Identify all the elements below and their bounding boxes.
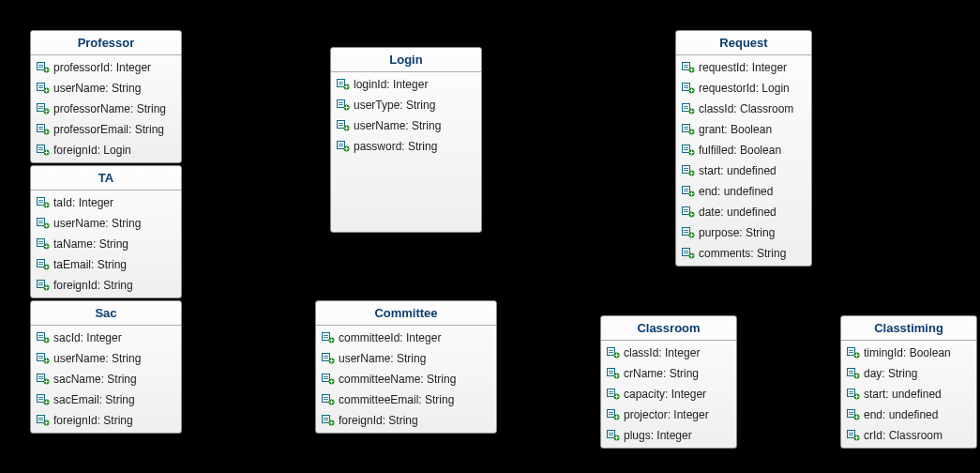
attribute-text: committeeEmail: String <box>339 391 454 408</box>
svg-rect-216 <box>608 389 615 397</box>
attribute-text: foreignId: String <box>53 277 133 294</box>
svg-rect-252 <box>848 410 855 418</box>
attribute-row: professorName: String <box>31 99 181 119</box>
attribute-text: classId: Classroom <box>699 100 793 117</box>
svg-rect-18 <box>38 125 45 132</box>
svg-rect-42 <box>38 239 45 247</box>
svg-rect-210 <box>608 369 615 376</box>
attribute-list: taId: Integer userName: String taName: S… <box>31 191 181 298</box>
attribute-row: userName: String <box>31 348 181 369</box>
svg-rect-90 <box>338 80 345 87</box>
attribute-row: foreignId: String <box>316 410 496 431</box>
attribute-text: userName: String <box>354 117 441 134</box>
property-add-icon <box>37 394 50 405</box>
property-add-icon <box>607 389 620 400</box>
class-title: Professor <box>31 31 181 55</box>
attribute-text: comments: String <box>699 245 786 262</box>
attribute-text: end: undefined <box>699 183 773 200</box>
attribute-text: taName: String <box>53 236 128 252</box>
class-title: Classroom <box>601 316 736 341</box>
class-title: Login <box>331 48 481 72</box>
attribute-list: sacId: Integer userName: String sacName:… <box>31 326 181 433</box>
attribute-row: sacName: String <box>31 369 181 389</box>
property-add-icon <box>37 83 50 94</box>
svg-rect-132 <box>323 395 330 403</box>
svg-rect-186 <box>683 207 690 215</box>
attribute-text: requestId: Integer <box>699 59 787 76</box>
attribute-row: requestId: Integer <box>676 57 811 78</box>
attribute-text: start: undefined <box>699 162 776 179</box>
attribute-text: day: String <box>864 365 917 382</box>
svg-rect-174 <box>683 166 690 174</box>
attribute-row: fulfilled: Boolean <box>676 140 811 160</box>
property-add-icon <box>682 227 695 238</box>
property-add-icon <box>37 124 50 135</box>
svg-rect-162 <box>683 125 690 132</box>
attribute-row: purpose: String <box>676 222 811 243</box>
attribute-list: professorId: Integer userName: String pr… <box>31 55 181 162</box>
attribute-row: day: String <box>841 363 976 384</box>
svg-rect-0 <box>38 63 45 70</box>
attribute-text: end: undefined <box>864 406 938 423</box>
property-add-icon <box>682 124 695 135</box>
property-add-icon <box>337 79 350 90</box>
attribute-text: taEmail: String <box>53 256 127 273</box>
attribute-row: loginId: Integer <box>331 74 481 95</box>
svg-rect-192 <box>683 228 690 236</box>
svg-rect-138 <box>323 416 330 423</box>
property-add-icon <box>322 332 335 343</box>
attribute-row: end: undefined <box>676 181 811 202</box>
svg-rect-204 <box>608 348 615 356</box>
property-add-icon <box>337 141 350 152</box>
property-add-icon <box>37 62 50 73</box>
attribute-text: requestorId: Login <box>699 80 790 97</box>
class-login: Login loginId: Integer userType: String … <box>330 47 482 233</box>
svg-rect-24 <box>38 145 45 153</box>
class-title: Request <box>676 31 811 55</box>
attribute-row: taName: String <box>31 234 181 254</box>
property-add-icon <box>607 409 620 420</box>
attribute-row: classId: Integer <box>601 343 736 363</box>
attribute-text: userName: String <box>339 350 426 367</box>
class-title: Classtiming <box>841 316 976 341</box>
attribute-row: userName: String <box>316 348 496 369</box>
property-add-icon <box>682 206 695 218</box>
attribute-text: foreignId: String <box>339 412 418 429</box>
attribute-text: crId: Classroom <box>864 427 942 444</box>
attribute-list: committeeId: Integer userName: String co… <box>316 326 496 433</box>
property-add-icon <box>682 103 695 114</box>
class-title: TA <box>31 166 181 191</box>
svg-rect-168 <box>683 145 690 153</box>
class-committee: Committee committeeId: Integer userName:… <box>315 300 497 434</box>
class-title: Sac <box>31 301 181 326</box>
class-sac: Sac sacId: Integer userName: String sacN… <box>30 300 182 434</box>
svg-rect-108 <box>338 142 345 149</box>
attribute-row: foreignId: String <box>31 410 181 431</box>
attribute-text: start: undefined <box>864 386 942 403</box>
property-add-icon <box>682 62 695 73</box>
svg-rect-240 <box>848 369 855 376</box>
svg-rect-54 <box>38 281 45 288</box>
attribute-row: taId: Integer <box>31 192 181 213</box>
property-add-icon <box>37 353 50 364</box>
attribute-text: classId: Integer <box>624 344 700 361</box>
svg-rect-150 <box>683 84 690 91</box>
attribute-row: projector: Integer <box>601 404 736 425</box>
attribute-row: timingId: Boolean <box>841 343 976 363</box>
class-request: Request requestId: Integer requestorId: … <box>675 30 812 267</box>
attribute-row: start: undefined <box>676 160 811 181</box>
property-add-icon <box>322 353 335 364</box>
attribute-text: password: String <box>354 138 437 155</box>
property-add-icon <box>847 430 860 441</box>
attribute-text: date: undefined <box>699 204 776 221</box>
attribute-text: sacName: String <box>53 371 137 388</box>
property-add-icon <box>847 389 860 400</box>
svg-rect-144 <box>683 63 690 70</box>
property-add-icon <box>37 218 50 229</box>
attribute-text: purpose: String <box>699 224 775 241</box>
property-add-icon <box>682 165 695 176</box>
attribute-row: comments: String <box>676 243 811 264</box>
attribute-row: crId: Classroom <box>841 425 976 446</box>
property-add-icon <box>847 368 860 379</box>
attribute-row: crName: String <box>601 363 736 384</box>
